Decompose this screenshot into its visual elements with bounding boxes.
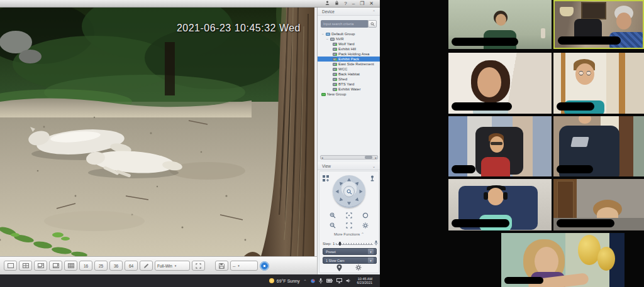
- app-icon[interactable]: [311, 279, 315, 283]
- close-icon[interactable]: ✕: [369, 1, 374, 6]
- taskbar-clock[interactable]: 10:45 AM 6/23/2021: [355, 277, 375, 285]
- collapse-icon[interactable]: −: [326, 37, 329, 41]
- fullscreen-button[interactable]: [192, 261, 205, 271]
- tree-camera-back-habitat[interactable]: Back Habitat: [318, 72, 380, 77]
- dropdown-arrow-icon[interactable]: ▾: [368, 249, 374, 254]
- preset-goto-pin-icon[interactable]: [336, 264, 342, 272]
- tree-camera-east-side-retirement[interactable]: East Side Retirement: [318, 62, 380, 67]
- minimize-icon[interactable]: –: [352, 1, 355, 6]
- more-functions-toggle[interactable]: More Functions ⌃: [319, 232, 379, 236]
- tree-node-new-group[interactable]: New Group: [318, 92, 380, 97]
- collapse-icon[interactable]: −: [321, 32, 325, 36]
- zoom-in-button[interactable]: [330, 212, 336, 219]
- chevron-up-icon[interactable]: ⌃: [304, 279, 307, 283]
- pencil-icon: [143, 263, 149, 269]
- step-slider[interactable]: [336, 242, 373, 246]
- preset-dropdown[interactable]: Preset ▾: [323, 248, 377, 255]
- user-icon[interactable]: [325, 1, 330, 6]
- tree-camera-bts-yard[interactable]: BTS Yard: [318, 82, 380, 87]
- participant-tile-1[interactable]: [448, 0, 552, 49]
- participant-tile-8[interactable]: [553, 179, 644, 230]
- matrix-view-icon[interactable]: [323, 175, 329, 181]
- participant-tile-9[interactable]: [501, 233, 625, 287]
- tree-camera-wolf-yard[interactable]: Wolf Yard: [318, 41, 380, 46]
- layout-25-button[interactable]: 25: [94, 261, 108, 271]
- device-search[interactable]: [321, 20, 369, 28]
- tree-node-default-group[interactable]: − Default Group: [318, 31, 380, 36]
- tree-camera-exhibit-water[interactable]: Exhibit Water: [318, 87, 380, 92]
- tree-camera-exhibit-pack-selected[interactable]: Exhibit Pack: [318, 57, 380, 62]
- gear-icon[interactable]: [355, 264, 362, 272]
- volume-icon[interactable]: [346, 278, 351, 283]
- ptz-up-right-arrow[interactable]: [355, 181, 360, 186]
- focus-out-button[interactable]: [346, 222, 353, 229]
- ptz-left-arrow[interactable]: [336, 190, 339, 193]
- save-view-button[interactable]: [215, 261, 228, 271]
- restore-icon[interactable]: ❐: [360, 1, 364, 6]
- tree-camera-pack-holding-area[interactable]: Pack Holding Area: [318, 51, 380, 57]
- dropdown-arrow-icon[interactable]: ▾: [368, 257, 374, 263]
- layout-9-button[interactable]: [64, 261, 77, 271]
- live-video-view[interactable]: 2021-06-23 10:45:32 Wed: [0, 8, 314, 256]
- view-section-title: View: [322, 164, 331, 168]
- participant-tile-7[interactable]: [448, 179, 552, 230]
- taskbar-weather[interactable]: 69°F Sunny: [269, 278, 300, 283]
- ptz-down-left-arrow[interactable]: [338, 198, 343, 203]
- monitor-icon[interactable]: [336, 278, 342, 283]
- joystick-icon[interactable]: [369, 175, 375, 181]
- ptz-auto-scan-button[interactable]: [343, 186, 355, 197]
- tree-camera-shed[interactable]: Shed: [318, 77, 380, 82]
- tree-camera-wcc[interactable]: WCC: [318, 67, 380, 72]
- help-icon[interactable]: ?: [344, 1, 347, 6]
- camera-icon: [333, 58, 337, 61]
- ptz-up-left-arrow[interactable]: [338, 181, 343, 186]
- horizontal-scrollbar[interactable]: ◂ ▸: [320, 155, 378, 160]
- chevron-down-icon: ⌄: [372, 164, 375, 168]
- participant-tile-6[interactable]: [553, 116, 644, 176]
- ptz-down-right-arrow[interactable]: [355, 198, 360, 203]
- iris-button[interactable]: [362, 212, 369, 219]
- layout-8-button[interactable]: [49, 261, 62, 271]
- stream-select[interactable]: -- ▾: [230, 261, 258, 271]
- cruise-dropdown[interactable]: 1 Slow Cam ▾: [323, 257, 377, 264]
- clock-date: 6/23/2021: [357, 281, 372, 285]
- participant-tile-5[interactable]: [448, 116, 552, 176]
- ptz-right-arrow[interactable]: [360, 190, 363, 193]
- layout-16-button[interactable]: 16: [79, 261, 92, 271]
- gear-icon[interactable]: [362, 222, 369, 229]
- zoom-out-button[interactable]: [330, 222, 336, 229]
- ptz-up-arrow[interactable]: [347, 178, 351, 181]
- view-section-header[interactable]: View ⌄: [318, 162, 380, 170]
- device-section-title: Device: [322, 9, 335, 14]
- tree-node-nvr[interactable]: − NVR: [318, 36, 380, 41]
- tree-camera-exhibit-hill[interactable]: Exhibit Hill: [318, 46, 380, 51]
- search-button[interactable]: [368, 20, 377, 28]
- camera-icon: [333, 68, 337, 71]
- slider-thumb[interactable]: [339, 242, 341, 246]
- device-section-header[interactable]: Device ⌃: [318, 8, 380, 16]
- layout-6-button[interactable]: [34, 261, 47, 271]
- scroll-left-icon[interactable]: ◂: [321, 156, 323, 160]
- custom-layout-pencil-button[interactable]: [140, 261, 153, 271]
- group-icon: [326, 33, 330, 36]
- ptz-direction-pad[interactable]: [333, 175, 365, 208]
- scrollbar-thumb[interactable]: [365, 156, 372, 159]
- participant-tile-4[interactable]: [553, 53, 644, 114]
- focus-button[interactable]: [346, 212, 353, 219]
- device-tree: − Default Group − NVR Wolf Yard Exhibit …: [318, 31, 380, 97]
- microphone-icon[interactable]: [374, 241, 378, 246]
- layout-36-button[interactable]: 36: [109, 261, 123, 271]
- ptz-target-button[interactable]: [260, 261, 269, 271]
- participant-tile-2-active-speaker[interactable]: [553, 0, 644, 49]
- battery-icon[interactable]: [326, 279, 333, 283]
- search-input[interactable]: [321, 22, 369, 26]
- lock-icon[interactable]: [335, 1, 339, 6]
- scroll-right-icon[interactable]: ▸: [375, 156, 377, 160]
- layout-4-button[interactable]: [19, 261, 32, 271]
- layout-64-button[interactable]: 64: [125, 261, 138, 271]
- microphone-icon[interactable]: [319, 278, 323, 284]
- participant-tile-3[interactable]: [448, 53, 552, 114]
- layout-1-button[interactable]: [4, 261, 17, 271]
- ptz-down-arrow[interactable]: [347, 202, 351, 205]
- window-mode-select[interactable]: Full-Win ▾: [155, 261, 190, 271]
